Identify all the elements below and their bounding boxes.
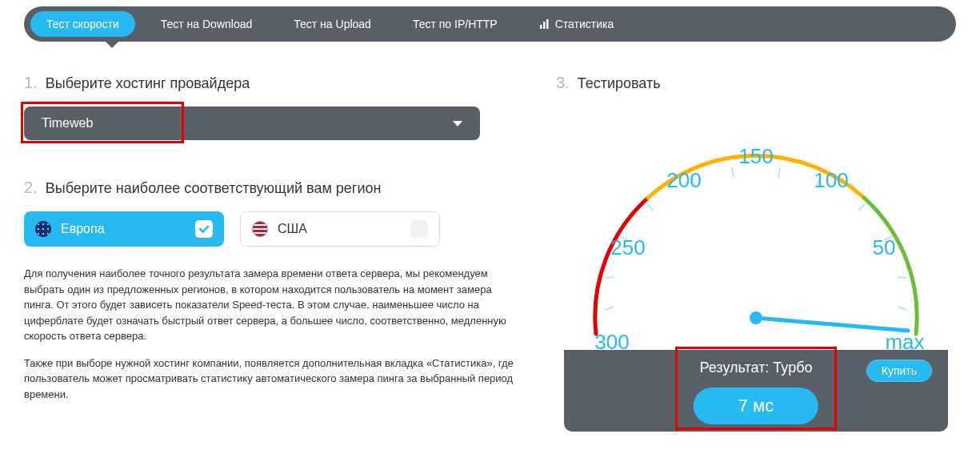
gauge-tick: 50 <box>873 235 896 260</box>
tab-label: Тест по IP/HTTP <box>413 18 498 30</box>
dropdown-value: Timeweb <box>42 116 93 131</box>
step-number: 1. <box>24 74 38 92</box>
step-number: 2. <box>24 179 38 197</box>
gauge-svg <box>564 102 948 350</box>
buy-button[interactable]: Купить <box>866 360 932 382</box>
region-list: Европа США <box>24 211 524 247</box>
step3-heading: 3. Тестировать <box>556 74 956 92</box>
tab-statistics[interactable]: Статистика <box>523 11 630 37</box>
main-content: 1. Выберите хостинг провайдера Timeweb 2… <box>0 42 980 448</box>
result-value-badge: 7 мс <box>694 388 818 424</box>
svg-line-14 <box>898 307 906 310</box>
step-title-text: Выберите наиболее соответствующий вам ре… <box>46 180 382 197</box>
step2-heading: 2. Выберите наиболее соответствующий вам… <box>24 179 524 197</box>
step-title-text: Выберите хостинг провайдера <box>46 75 250 92</box>
tab-label: Тест на Upload <box>294 18 371 30</box>
tabs-bar: Тест скорости Тест на Download Тест на U… <box>24 6 956 42</box>
flag-eu-icon <box>35 221 51 237</box>
result-center: Результат: Турбо 7 мс <box>694 360 818 424</box>
right-column: 3. Тестировать <box>556 74 956 432</box>
region-option-usa[interactable]: США <box>240 211 440 247</box>
tab-label: Тест скорости <box>46 18 119 30</box>
region-label: Европа <box>61 222 105 236</box>
step-title-text: Тестировать <box>578 75 661 92</box>
tab-label: Тест на Download <box>161 18 253 30</box>
gauge-tick: 150 <box>738 144 773 169</box>
step-number: 3. <box>556 74 570 92</box>
svg-line-11 <box>858 204 865 211</box>
gauge-tick: 100 <box>814 168 848 193</box>
tab-label: Статистика <box>555 18 614 30</box>
result-label: Результат: Турбо <box>700 360 813 376</box>
checkmark-icon <box>195 220 213 238</box>
svg-line-13 <box>898 277 906 278</box>
description-paragraph: Также при выборе нужной хостинг компании… <box>24 356 524 403</box>
svg-line-8 <box>732 167 734 177</box>
step1-heading: 1. Выберите хостинг провайдера <box>24 74 524 92</box>
description-block: Для получения наиболее точного результат… <box>24 266 524 402</box>
provider-dropdown-wrap: Timeweb <box>24 106 524 140</box>
svg-line-4 <box>606 277 614 278</box>
tab-ip-http-test[interactable]: Тест по IP/HTTP <box>397 11 514 37</box>
tab-speed-test[interactable]: Тест скорости <box>30 11 135 37</box>
svg-rect-0 <box>540 25 542 29</box>
svg-line-6 <box>647 204 654 211</box>
flag-us-icon <box>252 221 268 237</box>
speed-gauge: 300 250 200 150 100 50 max <box>564 102 948 350</box>
tab-upload-test[interactable]: Тест на Upload <box>278 11 387 37</box>
left-column: 1. Выберите хостинг провайдера Timeweb 2… <box>24 74 524 432</box>
description-paragraph: Для получения наиболее точного результат… <box>24 266 524 344</box>
svg-rect-1 <box>543 22 546 29</box>
tab-download-test[interactable]: Тест на Download <box>145 11 269 37</box>
svg-line-3 <box>606 307 614 310</box>
chevron-down-icon <box>453 121 462 127</box>
result-bar: Результат: Турбо 7 мс Купить <box>564 350 948 432</box>
svg-line-9 <box>778 167 780 177</box>
gauge-tick: 200 <box>666 168 701 193</box>
bar-chart-icon <box>539 18 550 30</box>
svg-rect-2 <box>546 19 549 29</box>
provider-dropdown[interactable]: Timeweb <box>24 106 480 140</box>
region-label: США <box>278 222 307 236</box>
checkbox-empty <box>410 220 428 238</box>
gauge-tick: 250 <box>610 235 645 260</box>
region-option-europe[interactable]: Европа <box>24 211 224 247</box>
